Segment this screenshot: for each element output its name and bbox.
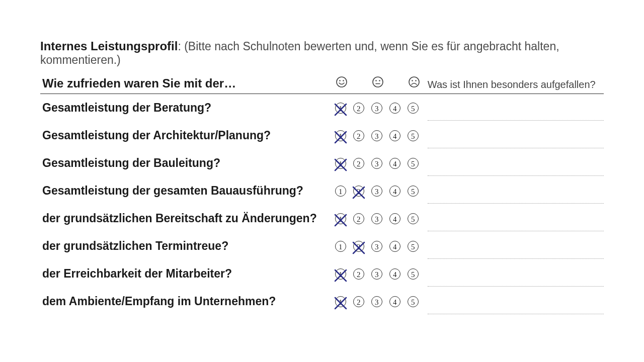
rating-option-4[interactable]: 4 [385, 149, 405, 177]
rating-option-4[interactable]: 4 [385, 122, 405, 149]
question-label: Gesamtleistung der Architektur/Planung? [40, 122, 332, 149]
question-label: Gesamtleistung der gesamten Bauausführun… [40, 177, 332, 205]
rating-circle: 5 [408, 186, 419, 197]
rating-option-4[interactable]: 4 [385, 288, 405, 315]
rating-option-2[interactable]: 2 [349, 232, 368, 260]
rating-circle: 2 [353, 268, 364, 280]
rating-option-1[interactable]: 1 [332, 177, 349, 205]
rating-circle: 3 [371, 213, 382, 224]
rating-option-1[interactable]: 1 [332, 260, 349, 288]
rating-circle: 2 [353, 186, 364, 197]
svg-point-4 [375, 80, 377, 81]
question-label: Gesamtleistung der Beratung? [40, 94, 332, 122]
survey-row: Gesamtleistung der Bauleitung?12345 [40, 149, 604, 177]
rating-option-5[interactable]: 5 [405, 205, 422, 232]
header-question: Wie zufrieden waren Sie mit der… [40, 76, 332, 94]
rating-option-5[interactable]: 5 [405, 288, 422, 315]
survey-page: Internes Leistungsprofil: (Bitte nach Sc… [0, 0, 644, 315]
rating-circle: 4 [389, 158, 400, 169]
comment-field[interactable] [422, 288, 604, 315]
rating-option-2[interactable]: 2 [349, 149, 368, 177]
rating-circle: 3 [371, 186, 382, 197]
rating-option-1[interactable]: 1 [332, 122, 349, 149]
rating-option-4[interactable]: 4 [385, 177, 405, 205]
rating-option-5[interactable]: 5 [405, 177, 422, 205]
rating-circle: 1 [335, 130, 346, 141]
rating-circle: 2 [353, 130, 364, 141]
rating-option-2[interactable]: 2 [349, 288, 368, 315]
rating-option-4[interactable]: 4 [385, 232, 405, 260]
rating-circle: 4 [389, 296, 400, 307]
rating-circle: 5 [408, 241, 419, 252]
comment-field[interactable] [422, 122, 604, 149]
comment-field[interactable] [422, 232, 604, 260]
rating-option-2[interactable]: 2 [349, 177, 368, 205]
rating-option-2[interactable]: 2 [349, 260, 368, 288]
rating-option-3[interactable]: 3 [368, 205, 385, 232]
svg-point-8 [412, 80, 413, 81]
rating-option-1[interactable]: 1 [332, 232, 349, 260]
rating-option-1[interactable]: 1 [332, 149, 349, 177]
svg-point-1 [339, 80, 341, 81]
rating-option-3[interactable]: 3 [368, 232, 385, 260]
survey-table: Wie zufrieden waren Sie mit der… Was ist… [40, 76, 604, 315]
rating-circle: 1 [335, 296, 346, 307]
rating-option-5[interactable]: 5 [405, 94, 422, 122]
rating-circle: 5 [408, 103, 419, 114]
rating-circle: 1 [335, 158, 346, 169]
svg-point-7 [409, 77, 419, 87]
question-label: dem Ambiente/Empfang im Unternehmen? [40, 288, 332, 315]
survey-row: Gesamtleistung der gesamten Bauausführun… [40, 177, 604, 205]
rating-option-2[interactable]: 2 [349, 205, 368, 232]
rating-circle: 2 [353, 241, 364, 252]
page-title: Internes Leistungsprofil: (Bitte nach Sc… [40, 39, 604, 67]
rating-circle: 3 [371, 158, 382, 169]
comment-field[interactable] [422, 205, 604, 232]
rating-circle: 3 [371, 296, 382, 307]
rating-option-1[interactable]: 1 [332, 288, 349, 315]
rating-circle: 5 [408, 130, 419, 141]
comment-field[interactable] [422, 177, 604, 205]
survey-row: Gesamtleistung der Architektur/Planung?1… [40, 122, 604, 149]
question-label: der Erreichbarkeit der Mitarbeiter? [40, 260, 332, 288]
rating-option-2[interactable]: 2 [349, 122, 368, 149]
rating-option-2[interactable]: 2 [349, 94, 368, 122]
rating-circle: 1 [335, 241, 346, 252]
comment-field[interactable] [422, 260, 604, 288]
rating-option-5[interactable]: 5 [405, 149, 422, 177]
rating-option-3[interactable]: 3 [368, 122, 385, 149]
survey-row: der Erreichbarkeit der Mitarbeiter?12345 [40, 260, 604, 288]
rating-circle: 1 [335, 186, 346, 197]
rating-option-3[interactable]: 3 [368, 288, 385, 315]
survey-row: dem Ambiente/Empfang im Unternehmen?1234… [40, 288, 604, 315]
comment-field[interactable] [422, 149, 604, 177]
rating-circle: 1 [335, 268, 346, 280]
rating-option-5[interactable]: 5 [405, 122, 422, 149]
rating-option-5[interactable]: 5 [405, 260, 422, 288]
rating-circle: 4 [389, 186, 400, 197]
rating-circle: 4 [389, 130, 400, 141]
rating-circle: 2 [353, 296, 364, 307]
rating-option-1[interactable]: 1 [332, 94, 349, 122]
rating-option-3[interactable]: 3 [368, 177, 385, 205]
rating-option-4[interactable]: 4 [385, 260, 405, 288]
rating-circle: 3 [371, 268, 382, 280]
question-label: der grundsätzlichen Bereitschaft zu Ände… [40, 205, 332, 232]
smiley-sad-icon [405, 76, 422, 94]
smiley-neutral-icon [368, 76, 385, 94]
rating-option-4[interactable]: 4 [385, 205, 405, 232]
survey-row: Gesamtleistung der Beratung?12345 [40, 94, 604, 122]
rating-option-3[interactable]: 3 [368, 94, 385, 122]
rating-circle: 2 [353, 158, 364, 169]
rating-circle: 5 [408, 158, 419, 169]
rating-circle: 4 [389, 241, 400, 252]
svg-point-0 [337, 77, 347, 87]
rating-option-5[interactable]: 5 [405, 232, 422, 260]
comment-field[interactable] [422, 94, 604, 122]
rating-circle: 1 [335, 213, 346, 224]
smiley-happy-icon [332, 76, 349, 94]
rating-option-1[interactable]: 1 [332, 205, 349, 232]
rating-option-3[interactable]: 3 [368, 149, 385, 177]
rating-option-4[interactable]: 4 [385, 94, 405, 122]
rating-option-3[interactable]: 3 [368, 260, 385, 288]
